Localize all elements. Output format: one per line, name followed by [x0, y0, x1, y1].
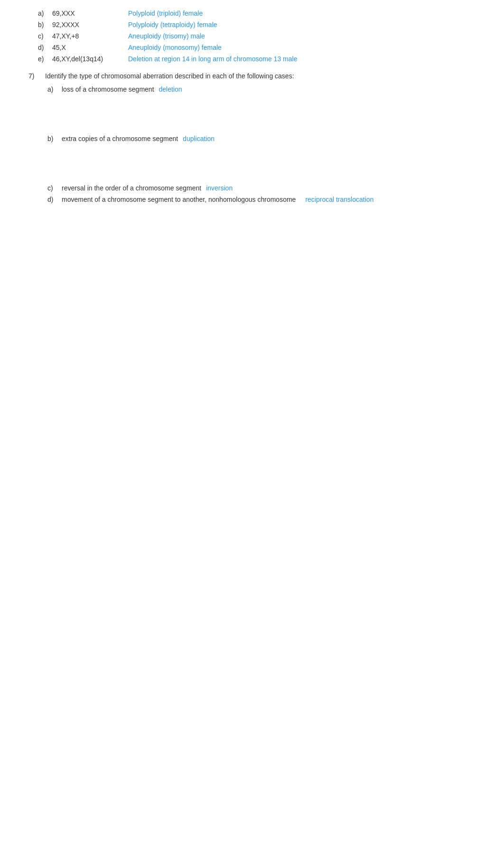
karyotype-label-b: b) — [38, 21, 52, 28]
sub-label-a: a) — [47, 85, 62, 93]
sub-question-c: c) reversal in the order of a chromosome… — [47, 184, 476, 192]
karyotype-label-a: a) — [38, 9, 52, 17]
sub-label-b: b) — [47, 135, 62, 142]
karyotype-item-b: b) 92,XXXX Polyploidy (tetraploidy) fema… — [28, 21, 476, 28]
karyotype-item-e: e) 46,XY,del(13q14) Deletion at region 1… — [28, 55, 476, 63]
karyotype-answer-e: Deletion at region 14 in long arm of chr… — [128, 55, 297, 63]
karyotype-value-b: 92,XXXX — [52, 21, 128, 28]
karyotype-label-e: e) — [38, 55, 52, 63]
karyotype-answer-d: Aneuploidy (monosomy) female — [128, 44, 222, 51]
sub-label-d: d) — [47, 196, 62, 203]
sub-question-b-row: b) extra copies of a chromosome segment … — [47, 135, 476, 142]
karyotype-label-c: c) — [38, 32, 52, 40]
karyotype-section: a) 69,XXX Polyploid (triploid) female b)… — [28, 9, 476, 63]
karyotype-answer-a: Polyploid (triploid) female — [128, 9, 203, 17]
karyotype-value-e: 46,XY,del(13q14) — [52, 55, 128, 63]
question7-number: 7) — [28, 72, 45, 80]
sub-question-b: b) extra copies of a chromosome segment … — [47, 135, 476, 142]
karyotype-value-c: 47,XY,+8 — [52, 32, 128, 40]
spacer-1 — [28, 97, 476, 135]
karyotype-value-d: 45,X — [52, 44, 128, 51]
sub-answer-b: duplication — [183, 135, 215, 142]
sub-answer-d: reciprocal translocation — [305, 196, 373, 203]
karyotype-value-a: 69,XXX — [52, 9, 128, 17]
sub-question-c-row: c) reversal in the order of a chromosome… — [47, 184, 476, 192]
karyotype-item-c: c) 47,XY,+8 Aneuploidy (trisomy) male — [28, 32, 476, 40]
karyotype-label-d: d) — [38, 44, 52, 51]
sub-answer-c: inversion — [206, 184, 233, 192]
sub-label-c: c) — [47, 184, 62, 192]
sub-answer-a: deletion — [159, 85, 182, 93]
sub-text-d: movement of a chromosome segment to anot… — [62, 196, 296, 203]
karyotype-answer-b: Polyploidy (tetraploidy) female — [128, 21, 217, 28]
karyotype-answer-c: Aneuploidy (trisomy) male — [128, 32, 205, 40]
question7-header: 7) Identify the type of chromosomal aber… — [28, 72, 476, 80]
sub-question-d: d) movement of a chromosome segment to a… — [47, 196, 476, 203]
karyotype-item-d: d) 45,X Aneuploidy (monosomy) female — [28, 44, 476, 51]
question7-text: Identify the type of chromosomal aberrat… — [45, 72, 294, 80]
sub-text-c: reversal in the order of a chromosome se… — [62, 184, 201, 192]
sub-question-a: a) loss of a chromosome segment deletion — [47, 85, 476, 93]
karyotype-item-a: a) 69,XXX Polyploid (triploid) female — [28, 9, 476, 17]
sub-text-b: extra copies of a chromosome segment — [62, 135, 178, 142]
sub-text-a: loss of a chromosome segment — [62, 85, 154, 93]
spacer-2 — [28, 146, 476, 184]
sub-question-d-row: d) movement of a chromosome segment to a… — [47, 196, 476, 203]
question7-section: 7) Identify the type of chromosomal aber… — [28, 72, 476, 203]
sub-question-a-row: a) loss of a chromosome segment deletion — [47, 85, 476, 93]
